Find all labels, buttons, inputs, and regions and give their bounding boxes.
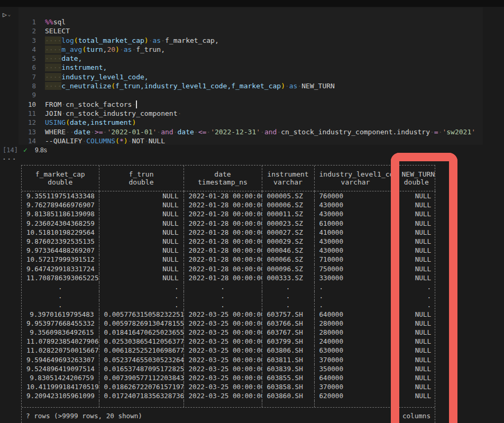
table-cell: 11.708786393065225 — [22, 273, 99, 282]
code-token: m_avg — [61, 45, 82, 53]
code-line: 1%%sql — [19, 17, 483, 26]
table-cell: . — [22, 291, 99, 300]
table-cell: 0.007390577112203843 — [99, 373, 184, 382]
code-token: f_market_cap, — [165, 36, 219, 44]
table-cell: 2022-03-25 00:00:00 — [184, 346, 262, 355]
code-token: WHERE — [45, 128, 66, 136]
code-token: · — [206, 128, 210, 136]
code-token: as — [153, 36, 161, 44]
table-cell: NULL — [99, 237, 184, 246]
code-token: ( — [66, 118, 70, 126]
code-token: and — [264, 128, 277, 136]
code-token: · — [161, 36, 165, 44]
code-token: NEW_TURN — [301, 82, 335, 90]
code-text: ····log(total_market_cap)·as·f_market_ca… — [45, 36, 219, 45]
code-token: · — [149, 36, 153, 44]
code-line: 12USING(date,instrument) — [19, 118, 483, 127]
table-cell: 0.025303865412056377 — [99, 337, 184, 346]
table-cell: . — [22, 282, 99, 291]
text-cursor — [136, 100, 136, 108]
run-cell-button[interactable]: ▷⌄ — [3, 11, 11, 19]
table-cell: . — [22, 300, 99, 309]
table-cell: 640000 — [314, 310, 397, 319]
code-token: date — [178, 128, 194, 136]
table-cell: 630000 — [314, 346, 397, 355]
table-row: 9.813851186139098NULL2022-01-28 00:00:00… — [22, 209, 436, 218]
column-type: double — [99, 178, 184, 191]
table-cell: . — [262, 291, 314, 300]
run-icon[interactable]: ▷ — [3, 11, 7, 19]
table-cell: 2022-01-28 00:00:00 — [184, 237, 262, 246]
table-cell: . — [99, 300, 184, 309]
code-token: 20 — [107, 45, 115, 53]
code-token: ) — [144, 36, 149, 44]
table-cell: 000005.SZ — [262, 191, 314, 201]
column-header: date — [184, 165, 262, 178]
code-token: · — [177, 109, 181, 117]
code-line: 4····m_avg(turn,20)·as·f_trun, — [19, 45, 483, 54]
table-cell: 000096.SZ — [262, 264, 314, 273]
code-editor[interactable]: 1%%sql2SELECT3····log(total_market_cap)·… — [19, 7, 483, 145]
table-cell: NULL — [99, 246, 184, 255]
table-cell: 0.052374655030523264 — [99, 355, 184, 364]
table-cell: 603860.SH — [262, 391, 314, 400]
code-line: 8····c_neutralize(f_trun,industry_level1… — [19, 81, 483, 90]
table-cell: 9.762789466976907 — [22, 200, 99, 209]
code-token: · — [430, 128, 434, 136]
code-token: · — [132, 100, 136, 108]
code-token: ) — [132, 118, 136, 126]
code-line: 6····instrument, — [19, 63, 483, 72]
table-cell: 603799.SH — [262, 337, 314, 346]
table-cell — [314, 401, 397, 407]
table-cell: 2022-01-28 00:00:00 — [184, 246, 262, 255]
code-token: FROM — [45, 100, 61, 108]
code-token: ···· — [45, 45, 61, 53]
line-number: 3 — [19, 36, 36, 45]
code-text: %%sql — [45, 17, 66, 26]
table-cell: 0.005978269130478155 — [99, 319, 184, 328]
table-cell: 9.973364488269207 — [22, 246, 99, 255]
table-cell: 9.813851186139098 — [22, 209, 99, 218]
column-type: varchar — [314, 178, 397, 191]
line-number: 11 — [19, 109, 36, 118]
table-row: 10.4119991841705190.01862672207615719720… — [22, 382, 436, 391]
output-overflow-indicator[interactable]: ··· — [2, 155, 17, 163]
code-token: ( — [111, 82, 115, 90]
execution-time: 9.8s — [35, 146, 47, 154]
code-token: ···· — [45, 36, 61, 44]
code-line: 2SELECT — [19, 26, 483, 35]
line-number: 6 — [19, 63, 36, 72]
chevron-down-icon[interactable]: ⌄ — [8, 12, 11, 17]
line-number: 5 — [19, 54, 36, 63]
code-token: --QUALIFY — [45, 137, 82, 145]
code-token: log — [61, 36, 74, 44]
code-token: date — [74, 128, 90, 136]
table-row: 9.236024304368259NULL2022-01-28 00:00:00… — [22, 219, 436, 228]
table-row: 9.397016197954830.0057763150582322512022… — [22, 310, 436, 319]
table-row: 9.5946496932633070.052374655030523264202… — [22, 355, 436, 364]
table-cell — [184, 401, 262, 407]
code-line: 5····date, — [19, 54, 483, 63]
column-type: double — [22, 178, 99, 191]
table-row: 9.356098364926150.0184164706250236552022… — [22, 328, 436, 337]
table-cell: 2022-03-25 00:00:00 — [184, 382, 262, 391]
table-cell: 000011.SZ — [262, 209, 314, 218]
code-token: · — [260, 128, 264, 136]
table-cell: 2022-03-25 00:00:00 — [184, 355, 262, 364]
table-cell: 000006.SZ — [262, 200, 314, 209]
table-cell: 750000 — [314, 264, 397, 273]
column-header: f_trun — [99, 165, 184, 178]
code-token: · — [144, 137, 149, 145]
code-token: ·· — [66, 128, 74, 136]
code-line: 11JOIN·cn_stock_industry_component· — [19, 109, 483, 118]
table-cell: 640000 — [314, 373, 397, 382]
table-cell: 2022-03-25 00:00:00 — [184, 328, 262, 337]
table-cell: 2022-01-28 00:00:00 — [184, 219, 262, 228]
table-cell: . — [314, 300, 397, 309]
code-text: ····c_neutralize(f_trun,industry_level1_… — [45, 81, 335, 90]
code-text: ····industry_level1_code, — [45, 72, 149, 81]
code-token: · — [173, 128, 178, 136]
code-text: ····date, — [45, 54, 82, 63]
table-cell: 9.524896419097514 — [22, 364, 99, 373]
table-cell: 9.39701619795483 — [22, 310, 99, 319]
